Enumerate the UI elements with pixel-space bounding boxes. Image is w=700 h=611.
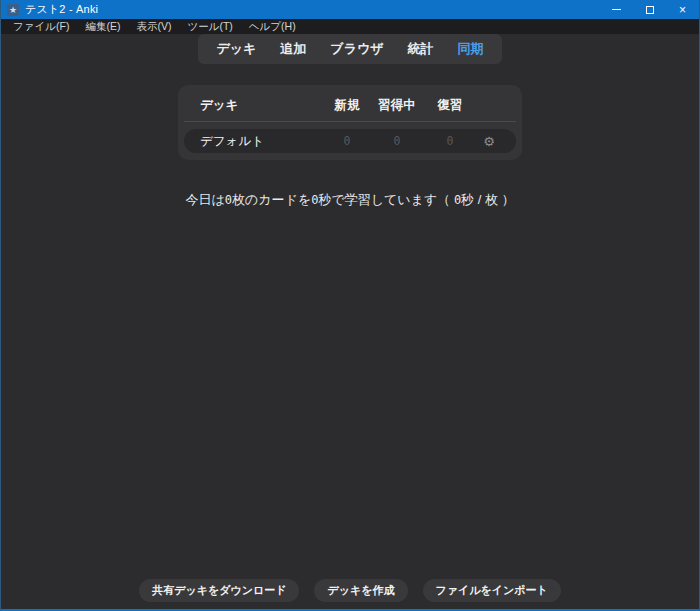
column-header-deck: デッキ: [200, 97, 324, 114]
message-card-count: 0: [225, 193, 232, 207]
maximize-icon: [646, 6, 654, 14]
window-title: テスト2 - Anki: [25, 2, 600, 17]
get-shared-decks-button[interactable]: 共有デッキをダウンロード: [139, 579, 299, 602]
close-button[interactable]: ×: [666, 0, 699, 19]
deck-review-count: 0: [424, 134, 476, 148]
tab-browse[interactable]: ブラウザ: [320, 39, 393, 59]
footer-toolbar: 共有デッキをダウンロード デッキを作成 ファイルをインポート: [1, 579, 699, 602]
create-deck-button[interactable]: デッキを作成: [314, 579, 407, 602]
deck-table-header: デッキ 新規 習得中 復習: [184, 93, 516, 122]
message-text: 今日は: [185, 192, 224, 207]
message-text: 秒 / 枚 ）: [461, 192, 514, 207]
window-controls: ×: [600, 0, 699, 19]
deck-options-gear-icon[interactable]: ⚙: [476, 135, 502, 148]
import-file-button[interactable]: ファイルをインポート: [423, 579, 561, 602]
menu-tools[interactable]: ツール(T): [179, 19, 240, 34]
tabbar: デッキ 追加 ブラウザ 統計 同期: [198, 34, 501, 64]
tab-decks[interactable]: デッキ: [206, 39, 266, 59]
maximize-button[interactable]: [633, 0, 666, 19]
menu-help[interactable]: ヘルプ(H): [241, 19, 304, 34]
deck-learning-count: 0: [370, 134, 424, 148]
minimize-icon: [612, 9, 621, 10]
message-text: 枚のカードを: [232, 192, 311, 207]
tab-add[interactable]: 追加: [270, 39, 316, 59]
column-header-review: 復習: [424, 97, 476, 114]
menu-file[interactable]: ファイル(F): [5, 19, 77, 34]
minimize-button[interactable]: [600, 0, 633, 19]
deck-row-default[interactable]: デフォルト 0 0 0 ⚙: [184, 129, 516, 153]
anki-app-icon: ★: [7, 4, 19, 16]
tab-sync[interactable]: 同期: [448, 39, 494, 59]
deck-table: デッキ 新規 習得中 復習 デフォルト 0 0 0 ⚙: [178, 85, 522, 160]
column-header-learning: 習得中: [370, 97, 424, 114]
main-content: デッキ 追加 ブラウザ 統計 同期 デッキ 新規 習得中 復習 デフォルト 0 …: [1, 34, 699, 609]
deck-name[interactable]: デフォルト: [200, 133, 324, 150]
menubar: ファイル(F) 編集(E) 表示(V) ツール(T) ヘルプ(H): [1, 19, 699, 34]
message-text: 秒で学習しています（: [318, 192, 453, 207]
tab-stats[interactable]: 統計: [398, 39, 444, 59]
menu-view[interactable]: 表示(V): [128, 19, 179, 34]
titlebar: ★ テスト2 - Anki ×: [1, 0, 699, 19]
deck-new-count: 0: [324, 134, 370, 148]
menu-edit[interactable]: 編集(E): [77, 19, 128, 34]
anki-window: ★ テスト2 - Anki × ファイル(F) 編集(E) 表示(V) ツール(…: [0, 0, 700, 611]
today-study-message: 今日は0枚のカードを0秒で学習しています（ 0秒 / 枚 ）: [185, 191, 514, 209]
column-header-new: 新規: [324, 97, 370, 114]
